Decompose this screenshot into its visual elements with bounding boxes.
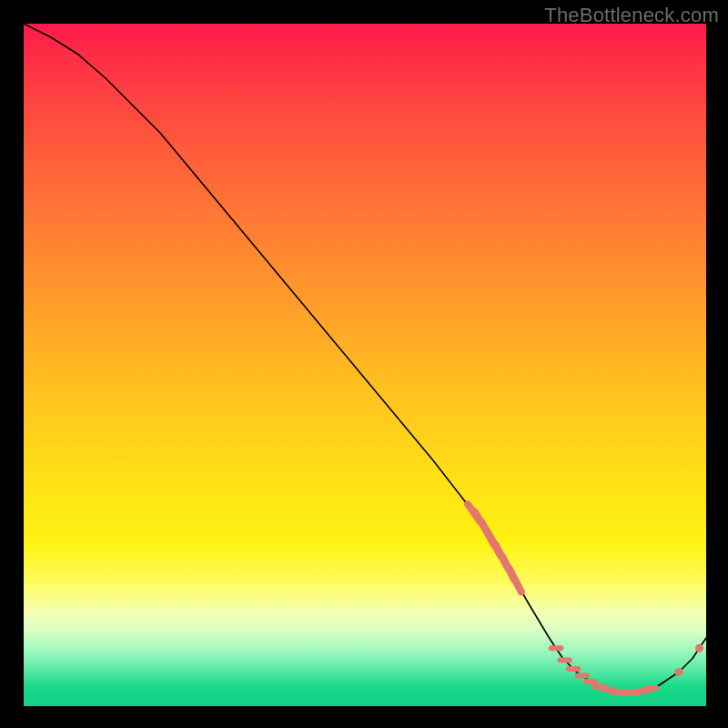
plot-area bbox=[24, 24, 706, 706]
bottleneck-curve bbox=[24, 24, 706, 693]
marker-cluster-descending bbox=[468, 504, 521, 592]
marker-cluster-flat bbox=[551, 648, 657, 693]
marker-dot bbox=[675, 668, 683, 676]
curve-layer bbox=[24, 24, 706, 706]
chart-stage: TheBottleneck.com bbox=[0, 0, 728, 728]
marker-dots-right bbox=[675, 644, 704, 676]
marker-dot bbox=[695, 644, 703, 652]
